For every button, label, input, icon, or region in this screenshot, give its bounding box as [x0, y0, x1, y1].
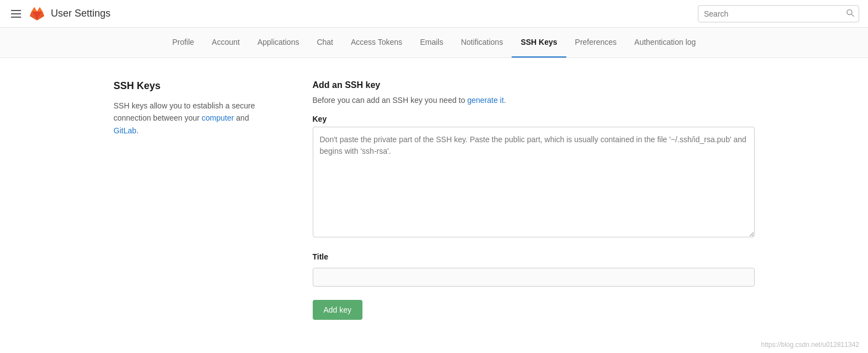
title-section: Title	[313, 252, 755, 287]
nav-item-notifications[interactable]: Notifications	[452, 28, 512, 58]
left-panel-description: SSH keys allow you to establish a secure…	[114, 100, 269, 137]
nav-item-preferences[interactable]: Preferences	[566, 28, 625, 58]
hamburger-menu[interactable]	[9, 8, 23, 20]
generate-prefix: Before you can add an SSH key you need t…	[313, 96, 467, 105]
generate-link[interactable]: generate it.	[467, 96, 506, 105]
main-content: SSH Keys SSH keys allow you to establish…	[48, 58, 821, 342]
right-panel-heading: Add an SSH key	[313, 80, 755, 90]
watermark: https://blog.csdn.net/u012811342	[761, 341, 859, 342]
key-textarea[interactable]	[313, 127, 755, 237]
search-box[interactable]	[698, 5, 859, 22]
title-input[interactable]	[313, 268, 755, 287]
search-input[interactable]	[698, 6, 842, 22]
nav-item-chat[interactable]: Chat	[308, 28, 342, 58]
computer-link[interactable]: computer	[202, 113, 234, 122]
title-label: Title	[313, 252, 755, 261]
gitlab-logo	[29, 6, 45, 22]
nav-item-applications[interactable]: Applications	[249, 28, 308, 58]
nav-bar: Profile Account Applications Chat Access…	[0, 28, 868, 58]
page-title: User Settings	[51, 8, 111, 19]
nav-item-access-tokens[interactable]: Access Tokens	[342, 28, 411, 58]
search-icon	[846, 9, 854, 17]
svg-line-8	[851, 14, 854, 16]
header: User Settings	[0, 0, 868, 28]
nav-item-profile[interactable]: Profile	[164, 28, 203, 58]
gitlab-link[interactable]: GitLab	[114, 126, 136, 135]
svg-marker-4	[37, 7, 43, 12]
generate-text: Before you can add an SSH key you need t…	[313, 96, 755, 105]
nav-item-ssh-keys[interactable]: SSH Keys	[512, 28, 566, 58]
svg-marker-3	[31, 7, 37, 12]
add-key-button[interactable]: Add key	[313, 300, 363, 320]
left-panel: SSH Keys SSH keys allow you to establish…	[114, 80, 269, 320]
search-button[interactable]	[842, 6, 859, 22]
nav-item-authentication-log[interactable]: Authentication log	[625, 28, 704, 58]
left-panel-heading: SSH Keys	[114, 80, 269, 92]
right-panel: Add an SSH key Before you can add an SSH…	[313, 80, 755, 320]
key-label: Key	[313, 115, 755, 123]
nav-item-emails[interactable]: Emails	[411, 28, 452, 58]
header-left: User Settings	[9, 6, 111, 22]
nav-item-account[interactable]: Account	[203, 28, 249, 58]
